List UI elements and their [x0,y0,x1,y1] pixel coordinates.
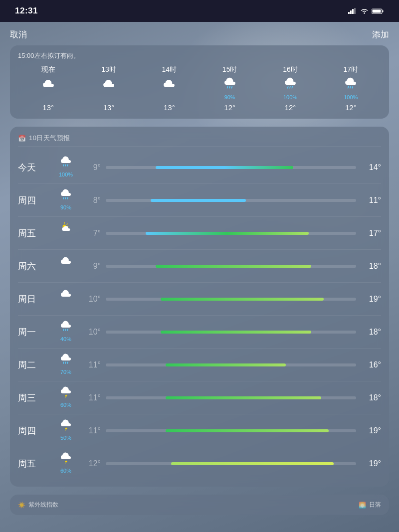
hour-weather-icon [344,77,357,93]
svg-marker-33 [65,394,67,398]
day-icon-wrap [53,222,79,244]
day-high-temp: 19° [361,426,381,435]
hour-label: 15时 [222,65,237,74]
hour-weather-icon [223,77,236,93]
uv-hint: ☀️ 紫外线指数 [18,501,58,509]
svg-rect-6 [383,10,384,12]
hour-item: 14时 13° [139,65,200,112]
day-weather-icon [60,255,72,270]
hour-precip: 90% [224,94,235,101]
hour-label: 16时 [283,65,298,74]
temp-bar [106,331,356,334]
temp-bar-fill [161,298,323,301]
day-icon-wrap [53,288,79,310]
hour-label: 17时 [344,65,359,74]
temp-bar-fill [171,462,334,465]
svg-line-20 [63,197,64,199]
svg-line-29 [67,329,68,331]
day-name: 周日 [18,293,53,305]
day-row: 周日 10° 19° [18,283,381,316]
day-high-temp: 14° [361,163,381,172]
hour-weather-icon [284,77,297,93]
day-low-temp: 11° [79,360,101,369]
svg-line-30 [63,362,64,363]
hour-item: 16时 100% 12° [260,65,320,112]
day-name: 周五 [18,227,53,239]
svg-line-14 [348,86,349,88]
svg-rect-7 [373,9,381,12]
hour-item: 现在 13° [18,65,78,112]
day-row: 周四 90% 8° 11° [18,184,381,217]
hour-temp: 12° [285,103,296,112]
svg-line-8 [227,86,227,88]
svg-line-13 [292,86,292,88]
day-precip: 90% [60,204,71,211]
hour-precip: 100% [283,94,297,101]
day-high-temp: 19° [361,459,381,468]
day-row: 周五 7° 17° [18,217,381,250]
temp-bar [106,462,356,465]
svg-line-10 [231,86,232,88]
day-precip: 50% [60,435,71,442]
day-row: 周四 50% 11° 19° [18,414,381,447]
day-weather-icon [60,452,72,467]
day-low-temp: 10° [79,328,101,337]
temp-bar-fill [156,265,311,268]
svg-rect-1 [350,10,352,14]
day-weather-icon [60,321,72,336]
hour-weather-icon [102,77,115,93]
status-time: 12:31 [15,6,38,16]
tenday-rows: 今天 100% 9° 14° 周四 90% 8° 11° [18,151,381,480]
day-icon-wrap: 40% [53,321,79,343]
rain-notice: 15:00左右拟订有雨。 [18,51,381,60]
hour-item: 13时 13° [78,65,139,112]
day-low-temp: 11° [79,393,101,402]
tenday-header: 📅 10日天气预报 [18,134,381,147]
day-name: 今天 [18,162,53,174]
sunrise-label: 日落 [369,501,381,509]
day-low-temp: 8° [79,196,101,205]
day-precip: 40% [60,336,71,343]
cancel-button[interactable]: 取消 [10,29,27,40]
day-icon-wrap: 50% [53,419,79,442]
hour-temp: 12° [224,103,235,112]
status-icons [348,8,384,14]
day-precip: 60% [60,402,71,409]
status-bar: 12:31 [0,0,399,22]
hour-item: 15时 90% 12° [200,65,260,112]
hour-weather-icon [163,77,176,93]
day-name: 周五 [18,458,53,470]
svg-line-22 [67,197,68,199]
day-high-temp: 18° [361,262,381,271]
temp-bar [106,429,356,432]
svg-line-19 [67,165,68,166]
day-high-temp: 11° [361,196,381,205]
svg-line-15 [350,86,351,88]
day-icon-wrap [53,255,79,277]
svg-line-25 [67,224,67,224]
temp-bar-fill [166,363,286,366]
day-low-temp: 12° [79,459,101,468]
day-name: 周六 [18,260,53,272]
svg-line-9 [229,86,230,88]
day-name: 周一 [18,326,53,338]
day-high-temp: 17° [361,229,381,238]
temp-bar [106,265,356,268]
day-low-temp: 7° [79,229,101,238]
hourly-row: 现在 13° 13时 13° 14时 13° 15时 90% 12° 16时 1… [18,65,381,112]
add-button[interactable]: 添加 [372,29,389,40]
svg-point-4 [364,12,365,13]
signal-icon [348,8,357,14]
hour-temp: 13° [103,103,115,112]
temp-bar-fill [146,232,308,235]
day-row: 周三 60% 11° 18° [18,381,381,414]
day-weather-icon [60,222,72,237]
svg-marker-35 [65,460,67,464]
day-row: 周五 60% 12° 19° [18,447,381,480]
svg-line-17 [63,165,64,166]
temp-bar [106,298,356,301]
svg-line-18 [65,165,66,166]
temp-bar [106,199,356,202]
svg-line-27 [63,329,64,331]
hour-item: 17时 100% 12° [321,65,381,112]
